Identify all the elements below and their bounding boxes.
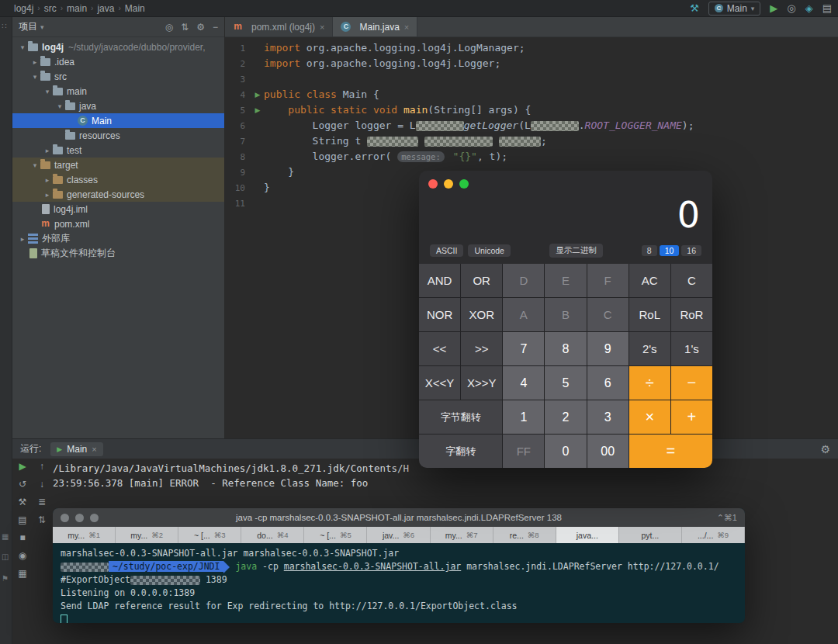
chevron-right-icon[interactable]: ▸	[29, 58, 40, 66]
calc-button[interactable]: −	[671, 366, 712, 400]
calc-button[interactable]: 3	[587, 400, 628, 434]
terminal-tab[interactable]: ~ [...⌘5	[304, 527, 367, 543]
calc-button[interactable]: F	[587, 264, 628, 297]
tree-item-idea-folder[interactable]: ▸.idea	[12, 54, 224, 69]
code-line[interactable]: 6 Logger logger = LgetLogger(L.ROOT_LOGG…	[225, 118, 838, 133]
tree-item-pom-xml-file[interactable]: mpom.xml	[12, 216, 224, 231]
calc-button[interactable]: E	[545, 264, 586, 297]
tree-item-target-folder[interactable]: ▾target	[12, 158, 224, 172]
run-line-icon[interactable]: ▶	[251, 91, 264, 99]
chevron-down-icon[interactable]: ▾	[54, 102, 65, 110]
tree-item-main-class[interactable]: CMain	[12, 113, 224, 128]
breadcrumb-item[interactable]: log4j	[14, 3, 33, 14]
calc-button[interactable]: 7	[503, 332, 544, 365]
tree-item-generated-sources-folder[interactable]: ▸generated-sources	[12, 187, 224, 202]
terminal-tab[interactable]: java...	[556, 527, 619, 543]
layout-icon[interactable]: ▤	[18, 515, 26, 525]
soft-wrap-icon[interactable]: ≣	[38, 497, 46, 507]
code-line[interactable]: 4▶public class Main {	[225, 87, 838, 102]
calc-button[interactable]: RoR	[671, 298, 712, 331]
calc-button[interactable]: 00	[587, 435, 628, 468]
base-option-10[interactable]: 10	[660, 245, 680, 256]
base-option-8[interactable]: 8	[642, 245, 657, 256]
tree-item-main-folder[interactable]: ▾main	[12, 84, 224, 99]
tree-item-resources-folder[interactable]: resources	[12, 128, 224, 143]
calc-button[interactable]: 2	[545, 400, 586, 434]
calc-button[interactable]: X<<Y	[419, 366, 460, 400]
show-binary-button[interactable]: 显示二进制	[549, 244, 603, 258]
calc-button[interactable]: A	[503, 298, 544, 331]
calc-button[interactable]: 4	[503, 366, 544, 400]
up-stack-icon[interactable]: ↑	[40, 462, 44, 471]
tree-item-java-folder[interactable]: ▾java	[12, 99, 224, 113]
tab-pom-xml[interactable]: mpom.xml (log4j)×	[225, 17, 333, 36]
calc-button[interactable]: FF	[503, 435, 544, 468]
scroll-end-icon[interactable]: ⇅	[38, 515, 46, 525]
profiler-icon[interactable]: ◈	[805, 3, 813, 13]
calc-button[interactable]: 2's	[629, 332, 670, 365]
chevron-right-icon[interactable]: ▸	[42, 191, 53, 199]
chevron-down-icon[interactable]: ▾	[29, 73, 40, 81]
calc-button[interactable]: NOR	[419, 298, 460, 331]
refresh-icon[interactable]: ↺	[19, 480, 26, 489]
chevron-down-icon[interactable]: ▾	[17, 43, 28, 51]
tree-item-src-folder[interactable]: ▾src	[12, 69, 224, 84]
calc-button[interactable]: X>>Y	[461, 366, 502, 400]
run-tab-main[interactable]: ▶ Main ×	[50, 442, 102, 456]
tools-icon[interactable]: ⚒	[690, 3, 699, 13]
expand-collapse-icon[interactable]: ⇅	[181, 22, 189, 33]
zoom-button[interactable]	[90, 514, 99, 522]
run-icon[interactable]: ▶	[770, 3, 777, 13]
terminal-title-bar[interactable]: java -cp marshalsec-0.0.3-SNAPSHOT-all.j…	[53, 508, 745, 527]
breadcrumb-item[interactable]: main	[67, 3, 87, 14]
close-button[interactable]	[61, 514, 69, 522]
calc-button[interactable]: 5	[545, 366, 586, 400]
terminal-tab[interactable]: pyt...	[619, 527, 682, 543]
terminal-tab[interactable]: jav...⌘6	[367, 527, 430, 543]
close-icon[interactable]: ×	[320, 23, 324, 32]
tab-main-java[interactable]: CMain.java×	[333, 17, 417, 36]
stop-icon[interactable]: ■	[19, 533, 25, 542]
calc-button[interactable]: ×	[629, 400, 670, 434]
tree-item-root-log4j[interactable]: ▾log4j~/study/javacode/dubbo/provider,	[12, 40, 224, 54]
calc-button[interactable]: B	[545, 298, 586, 331]
calc-button[interactable]: C	[671, 264, 712, 297]
calc-button[interactable]: +	[671, 400, 712, 434]
calc-button[interactable]: 字翻转	[419, 435, 502, 468]
code-line[interactable]: 5▶ public static void main(String[] args…	[225, 102, 838, 118]
stripe-icon[interactable]: ∷	[2, 22, 6, 30]
calc-button[interactable]: 1's	[671, 332, 712, 365]
calc-button[interactable]: AC	[629, 264, 670, 297]
terminal-tab[interactable]: re...⌘8	[493, 527, 556, 543]
breadcrumb-item[interactable]: java	[97, 3, 114, 14]
chevron-right-icon[interactable]: ▸	[42, 176, 53, 184]
base-option-16[interactable]: 16	[681, 245, 701, 256]
locate-icon[interactable]: ◎	[165, 22, 173, 33]
calc-button[interactable]: 字节翻转	[419, 400, 502, 434]
calc-button[interactable]: ÷	[629, 366, 670, 400]
calc-button[interactable]: 8	[545, 332, 586, 365]
minimize-button[interactable]	[444, 179, 453, 189]
down-stack-icon[interactable]: ↓	[40, 480, 44, 489]
terminal-tab[interactable]: do...⌘4	[241, 527, 304, 543]
code-line[interactable]: 8 logger.error( message: "{}", t);	[225, 149, 838, 164]
stripe-icon[interactable]: ◫	[2, 552, 9, 561]
code-line[interactable]: 3	[225, 71, 838, 87]
terminal-tab[interactable]: my...⌘7	[431, 527, 493, 543]
calc-button[interactable]: OR	[461, 264, 502, 297]
close-icon[interactable]: ×	[92, 445, 96, 454]
calc-button[interactable]: 0	[545, 435, 586, 468]
terminal-tab[interactable]: ~ [...⌘3	[178, 527, 241, 543]
breadcrumb-item[interactable]: Main	[125, 3, 145, 14]
chevron-down-icon[interactable]: ▾	[29, 161, 40, 169]
calc-button[interactable]: =	[629, 435, 712, 468]
calc-button[interactable]: 9	[587, 332, 628, 365]
coverage-icon[interactable]: ◎	[787, 3, 795, 13]
code-line[interactable]: 2import org.apache.logging.log4j.Logger;	[225, 56, 838, 71]
calc-button[interactable]: D	[503, 264, 544, 297]
ascii-button[interactable]: ASCII	[430, 244, 463, 257]
terminal-tab[interactable]: .../...⌘9	[682, 527, 745, 543]
code-line[interactable]: 7 String t ;	[225, 133, 838, 149]
settings-icon[interactable]: ⚙	[196, 22, 205, 33]
calc-button[interactable]: 1	[503, 400, 544, 434]
